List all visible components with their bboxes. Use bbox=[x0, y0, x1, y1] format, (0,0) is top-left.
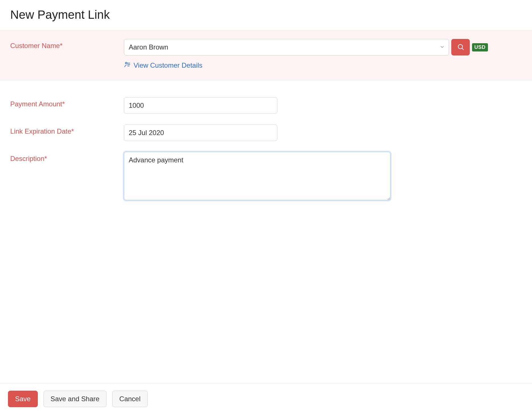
customer-section: Customer Name* Aaron Brown US bbox=[0, 30, 532, 80]
description-textarea[interactable] bbox=[124, 152, 390, 200]
label-col: Customer Name* bbox=[10, 39, 124, 50]
customer-row: Customer Name* Aaron Brown US bbox=[10, 39, 522, 70]
label-col: Description* bbox=[10, 152, 124, 163]
svg-point-0 bbox=[458, 44, 462, 49]
label-col: Link Expiration Date* bbox=[10, 125, 124, 135]
save-button[interactable]: Save bbox=[8, 391, 38, 407]
page: New Payment Link Customer Name* Aaron Br… bbox=[0, 0, 532, 414]
footer: Save Save and Share Cancel bbox=[0, 384, 532, 414]
page-header: New Payment Link bbox=[0, 0, 532, 30]
customer-name-label: Customer Name* bbox=[10, 42, 63, 49]
page-title: New Payment Link bbox=[10, 8, 522, 22]
payment-amount-label: Payment Amount* bbox=[10, 100, 65, 108]
view-customer-details-label: View Customer Details bbox=[134, 61, 202, 69]
description-row: Description* bbox=[10, 152, 522, 201]
field-col bbox=[124, 97, 522, 114]
expiration-row: Link Expiration Date* bbox=[10, 125, 522, 141]
svg-line-1 bbox=[462, 48, 464, 50]
chevron-down-icon bbox=[440, 43, 445, 51]
customer-name-select[interactable]: Aaron Brown bbox=[124, 39, 449, 55]
amount-row: Payment Amount* bbox=[10, 97, 522, 114]
field-col bbox=[124, 152, 522, 201]
cancel-button[interactable]: Cancel bbox=[112, 391, 148, 407]
form-body: Payment Amount* Link Expiration Date* De… bbox=[0, 80, 532, 212]
person-details-icon bbox=[124, 61, 131, 70]
link-expiration-label: Link Expiration Date* bbox=[10, 127, 74, 135]
search-icon bbox=[457, 43, 464, 51]
description-label: Description* bbox=[10, 155, 47, 162]
customer-search-button[interactable] bbox=[451, 39, 470, 55]
customer-name-value: Aaron Brown bbox=[129, 43, 168, 51]
customer-field-group: Aaron Brown USD bbox=[124, 39, 522, 55]
link-expiration-input[interactable] bbox=[124, 125, 277, 141]
field-col bbox=[124, 125, 522, 141]
view-customer-details-link[interactable]: View Customer Details bbox=[124, 61, 202, 70]
payment-amount-input[interactable] bbox=[124, 97, 277, 114]
save-and-share-button[interactable]: Save and Share bbox=[43, 391, 107, 407]
currency-badge: USD bbox=[472, 43, 488, 51]
svg-point-2 bbox=[125, 62, 127, 64]
field-col: Aaron Brown USD bbox=[124, 39, 522, 70]
label-col: Payment Amount* bbox=[10, 97, 124, 108]
